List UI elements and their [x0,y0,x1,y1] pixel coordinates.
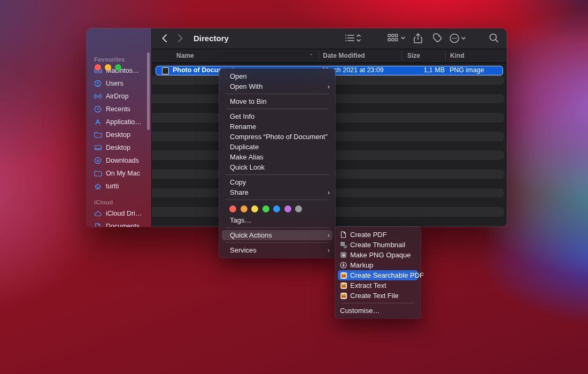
context-menu: Open Open With› Move to Bin Get Info Ren… [219,68,335,258]
submenu-chevron-icon: › [328,245,330,255]
menu-separator [226,227,329,228]
menu-item-tags[interactable]: Tags… [219,215,335,225]
thumbnail-icon [340,241,347,248]
tag-icon[interactable] [432,33,443,45]
column-divider[interactable] [319,51,319,61]
sidebar-item-desktop[interactable]: Desktop [87,141,151,154]
sidebar-item-label: Recents [106,105,130,113]
menu-item-rename[interactable]: Rename [219,121,335,132]
menu-item-services[interactable]: Services› [219,245,335,255]
column-divider[interactable] [401,51,402,61]
markup-pen-icon [340,262,347,269]
close-button[interactable] [95,64,101,71]
sidebar-item-label: Documents [106,223,140,227]
zoom-button[interactable] [115,64,121,71]
search-icon[interactable] [489,33,499,46]
menu-item-create-text-file[interactable]: Create Text File [335,291,421,301]
menu-item-move-to-bin[interactable]: Move to Bin [219,96,335,106]
folder-icon [94,169,102,178]
column-header-date-modified[interactable]: Date Modified [323,49,365,63]
submenu-chevron-icon: › [328,81,330,91]
menu-item-create-searchable-pdf[interactable]: Create Searchable PDF [338,270,418,280]
tag-blue[interactable] [273,205,280,212]
menu-item-customise[interactable]: Customise… [335,306,421,316]
sidebar-item-applications[interactable]: Applicatio… [87,116,151,128]
cat-automator-icon [340,272,347,279]
tag-orange[interactable] [241,205,247,212]
menu-item-quick-look[interactable]: Quick Look [219,162,335,172]
sidebar-item-documents[interactable]: Documents [87,220,151,227]
more-options-button[interactable] [449,33,467,46]
download-icon [94,156,102,165]
traffic-lights [95,64,121,71]
cat-automator-icon [340,282,347,289]
sidebar-item-users[interactable]: Users [87,77,151,90]
toolbar: Directory [152,28,507,49]
column-header-kind[interactable]: Kind [450,49,465,63]
menu-item-create-thumbnail[interactable]: Create Thumbnail [335,240,421,250]
tag-green[interactable] [262,205,269,212]
tag-red[interactable] [229,205,236,212]
submenu-chevron-icon: › [328,230,330,240]
sidebar-item-label: Users [106,80,123,87]
menu-separator [226,242,329,243]
menu-item-quick-actions[interactable]: Quick Actions› [222,230,332,240]
menu-item-markup[interactable]: Markup [335,260,421,270]
menu-separator [226,174,329,175]
display-icon [94,143,102,152]
sidebar-scrollbar[interactable] [147,52,150,130]
back-button[interactable] [161,34,167,45]
menu-item-make-png-opaque[interactable]: Make PNG Opaque [335,250,421,260]
column-header-name[interactable]: Name [176,49,194,63]
minimize-button[interactable] [105,64,111,71]
column-divider[interactable] [445,51,446,61]
sidebar-item-airdrop[interactable]: AirDrop [87,90,151,103]
file-kind: PNG image [450,66,484,74]
menu-item-compress[interactable]: Compress “Photo of Document” [219,132,335,142]
sidebar: Favourites Macintos… Users AirDrop Recen… [87,28,152,227]
menu-item-open[interactable]: Open [219,71,335,81]
sidebar-item-label: Applicatio… [106,118,142,126]
menu-separator [226,109,329,109]
menu-item-open-with[interactable]: Open With› [219,81,335,91]
sidebar-section-icloud: iCloud [87,198,151,207]
column-header-size[interactable]: Size [407,49,420,63]
sidebar-section-favourites: Favourites [87,55,151,64]
list-view-button[interactable] [344,33,362,45]
applications-icon [94,118,102,126]
sidebar-item-label: iCloud Dri… [106,210,142,217]
sidebar-item-desktop-folder[interactable]: Desktop [87,128,151,141]
menu-item-copy[interactable]: Copy [219,177,335,187]
menu-item-share[interactable]: Share› [219,187,335,197]
group-by-button[interactable] [387,33,406,45]
menu-item-make-alias[interactable]: Make Alias [219,152,335,162]
menu-item-get-info[interactable]: Get Info [219,111,335,121]
sort-ascending-icon: ⌃ [309,49,313,63]
sidebar-item-downloads[interactable]: Downloads [87,154,151,167]
submenu-chevron-icon: › [328,187,330,197]
tag-grey[interactable] [295,205,302,212]
sidebar-item-home[interactable]: turtti [87,180,151,193]
file-thumbnail [162,67,169,74]
tag-color-row [219,202,335,215]
menu-item-extract-text[interactable]: Extract Text [335,280,421,291]
sidebar-item-label: Desktop [106,144,130,151]
menu-item-create-pdf[interactable]: Create PDF [335,230,421,240]
sidebar-item-label: Desktop [106,131,130,139]
tag-purple[interactable] [284,205,291,212]
share-icon[interactable] [413,33,423,47]
sidebar-item-label: turtti [106,182,119,190]
sidebar-item-recents[interactable]: Recents [87,103,151,116]
sidebar-item-icloud-drive[interactable]: iCloud Dri… [87,207,151,220]
menu-item-duplicate[interactable]: Duplicate [219,142,335,152]
document-icon [94,222,102,227]
forward-button[interactable] [177,34,183,45]
tag-yellow[interactable] [251,205,258,212]
menu-separator [226,94,329,94]
pdf-document-icon [340,231,347,238]
home-icon [94,182,102,190]
sidebar-item-label: AirDrop [106,93,128,100]
sidebar-item-on-my-mac[interactable]: On My Mac [87,167,151,180]
sidebar-item-label: On My Mac [106,170,140,177]
clock-icon [94,105,102,113]
